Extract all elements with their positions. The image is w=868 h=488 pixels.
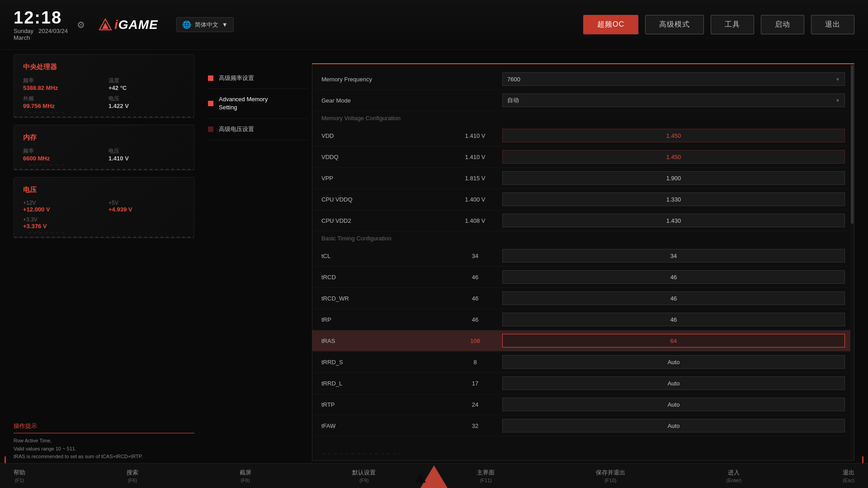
dropdown-arrow-freq: ▼ (835, 77, 840, 82)
row-trcd[interactable]: tRCD 46 (312, 267, 854, 288)
row-trrdl[interactable]: tRRD_L 17 (312, 373, 854, 394)
row-current-tcl: 34 (448, 253, 502, 259)
settings-icon[interactable]: ⚙ (77, 19, 85, 30)
input-trrds[interactable] (502, 355, 845, 369)
panel-content[interactable]: Memory Frequency 7600 ▼ Gear Mode 自动 ▼ M… (312, 64, 854, 460)
sidebar-item-memory-label: Advanced MemorySetting (219, 95, 268, 112)
input-trtp[interactable] (502, 398, 845, 411)
scroll-thumb[interactable] (851, 65, 854, 224)
nav-btn-advanced[interactable]: 高级模式 (645, 15, 704, 34)
row-label-vpp: VPP (321, 175, 448, 182)
row-trp[interactable]: tRP 46 (312, 309, 854, 330)
input-trcd-wr[interactable] (502, 291, 845, 305)
row-cpu-vdd2[interactable]: CPU VDD2 1.408 V (312, 210, 854, 231)
sidebar-item-voltage[interactable]: 高级电压设置 (208, 119, 307, 140)
row-cpu-vddq[interactable]: CPU VDDQ 1.400 V (312, 189, 854, 210)
clock-time: 12:18 (14, 8, 68, 28)
row-input-gear-mode[interactable]: 自动 ▼ (502, 94, 845, 107)
row-input-tcl[interactable] (502, 249, 845, 263)
dropdown-gear-mode[interactable]: 自动 ▼ (502, 94, 845, 107)
input-cpu-vddq[interactable] (502, 192, 845, 206)
row-tfaw[interactable]: tFAW 32 (312, 415, 854, 436)
clock-month: March (14, 34, 68, 41)
mem-voltage: 电压 1.410 V (108, 147, 185, 162)
row-input-vddq[interactable] (502, 150, 845, 164)
language-selector[interactable]: 🌐 简体中文 ▼ (176, 17, 234, 32)
header: 12:18 Sunday 2024/03/24 March ⚙ iGAME 🌐 … (0, 0, 868, 50)
footer-btn-default[interactable]: 默认设置 (F9) (352, 469, 376, 483)
footer-btn-search[interactable]: 搜索 (F6) (127, 469, 138, 483)
clock-date: Sunday 2024/03/24 (14, 28, 68, 34)
row-tras[interactable]: tRAS 108 (312, 330, 854, 352)
row-input-trcd[interactable] (502, 270, 845, 284)
row-trcd-wr[interactable]: tRCD_WR 46 (312, 288, 854, 309)
nav-btn-oc[interactable]: 超频OC (583, 15, 638, 34)
footer-btn-enter[interactable]: 进入 (Enter) (726, 469, 742, 483)
row-current-cpu-vdd2: 1.408 V (448, 217, 502, 224)
row-vdd[interactable]: VDD 1.410 V (312, 125, 854, 146)
wave-panel-bottom: ～～～～～～～～～～～～～～ (321, 450, 404, 457)
row-vpp[interactable]: VPP 1.815 V (312, 168, 854, 189)
globe-icon: 🌐 (182, 20, 191, 29)
input-vpp[interactable] (502, 171, 845, 185)
row-input-trrdl[interactable] (502, 376, 845, 390)
row-input-vdd[interactable] (502, 129, 845, 142)
footer-btn-main[interactable]: 主界面 (F11) (477, 469, 495, 483)
row-input-cpu-vdd2[interactable] (502, 214, 845, 227)
input-tras[interactable] (502, 334, 845, 347)
row-memory-frequency[interactable]: Memory Frequency 7600 ▼ (312, 69, 854, 90)
footer-btn-save-exit[interactable]: 保存并退出 (F10) (596, 469, 625, 483)
row-input-memory-freq[interactable]: 7600 ▼ (502, 72, 845, 86)
nav-btn-start[interactable]: 启动 (761, 15, 804, 34)
nav-btn-exit[interactable]: 退出 (811, 15, 854, 34)
input-vdd[interactable] (502, 129, 845, 142)
logo-icon (99, 18, 112, 32)
row-input-tfaw[interactable] (502, 419, 845, 432)
sidebar-item-voltage-label: 高级电压设置 (219, 125, 254, 133)
row-label-tras: tRAS (321, 338, 448, 344)
row-input-trcd-wr[interactable] (502, 291, 845, 305)
chevron-down-icon: ▼ (222, 21, 228, 28)
row-input-vpp[interactable] (502, 171, 845, 185)
sidebar-item-memory[interactable]: Advanced MemorySetting (208, 89, 307, 118)
mem-freq: 频率 6600 MHz (23, 147, 99, 162)
row-trtp[interactable]: tRTP 24 (312, 394, 854, 415)
input-tcl[interactable] (502, 249, 845, 263)
footer-btn-esc[interactable]: 退出 (Esc) (843, 469, 854, 483)
row-input-trtp[interactable] (502, 398, 845, 411)
row-input-trrds[interactable] (502, 355, 845, 369)
footer-triangle-logo (420, 465, 448, 488)
row-trrds[interactable]: tRRD_S 8 (312, 352, 854, 373)
operation-hint: 操作提示 Row Active Time, Valid values range… (14, 422, 194, 461)
row-label-memory-freq: Memory Frequency (321, 76, 448, 83)
row-label-tfaw: tFAW (321, 422, 448, 429)
input-trp[interactable] (502, 313, 845, 326)
input-tfaw[interactable] (502, 419, 845, 432)
input-vddq[interactable] (502, 150, 845, 164)
row-tcl[interactable]: tCL 34 (312, 245, 854, 267)
memory-card-grid: 频率 6600 MHz 电压 1.410 V (23, 147, 185, 162)
menu-dot-freq (208, 75, 213, 81)
row-current-vpp: 1.815 V (448, 175, 502, 182)
sidebar-item-freq[interactable]: 高级频率设置 (208, 68, 307, 89)
scrollbar[interactable] (850, 64, 854, 460)
row-input-cpu-vddq[interactable] (502, 192, 845, 206)
input-trcd[interactable] (502, 270, 845, 284)
footer-btn-screenshot[interactable]: 截屏 (F8) (240, 469, 251, 483)
footer-btn-help[interactable]: 帮助 (F1) (14, 469, 25, 483)
input-trrdl[interactable] (502, 376, 845, 390)
nav-btn-tools[interactable]: 工具 (711, 15, 754, 34)
input-cpu-vdd2[interactable] (502, 214, 845, 227)
cpu-info-card: 中央处理器 频率 5388.82 MHz 温度 +42 °C 外频 99.756… (14, 54, 194, 118)
v5-section: +5V +4.939 V (108, 200, 185, 213)
row-input-trp[interactable] (502, 313, 845, 326)
row-input-tras[interactable] (502, 334, 845, 347)
row-label-trp: tRP (321, 316, 448, 323)
hint-divider (14, 433, 194, 433)
memory-info-card: 内存 频率 6600 MHz 电压 1.410 V ～～～～～～～ (14, 125, 194, 170)
row-gear-mode[interactable]: Gear Mode 自动 ▼ (312, 90, 854, 111)
dropdown-memory-freq[interactable]: 7600 ▼ (502, 72, 845, 86)
row-vddq[interactable]: VDDQ 1.410 V (312, 146, 854, 168)
row-current-trtp: 24 (448, 401, 502, 408)
v12-section: +12V +12.000 V (23, 200, 99, 213)
